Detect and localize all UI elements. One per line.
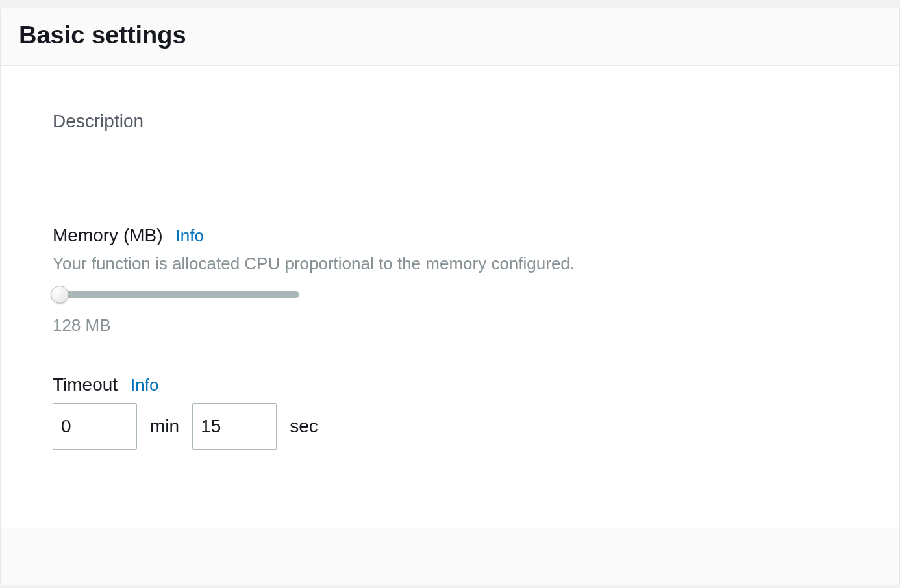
memory-slider[interactable]: [53, 286, 299, 304]
memory-value-display: 128 MB: [53, 315, 847, 336]
memory-label: Memory (MB): [53, 225, 163, 246]
timeout-field-group: Timeout Info min sec: [53, 374, 847, 450]
timeout-seconds-input[interactable]: [192, 403, 277, 450]
memory-field-group: Memory (MB) Info Your function is alloca…: [53, 225, 847, 336]
timeout-info-link[interactable]: Info: [131, 375, 158, 395]
memory-info-link[interactable]: Info: [176, 226, 204, 246]
seconds-unit-label: sec: [290, 416, 318, 437]
timeout-inputs-row: min sec: [53, 403, 847, 450]
panel-title: Basic settings: [19, 21, 881, 49]
timeout-label-row: Timeout Info: [53, 374, 847, 395]
panel-header: Basic settings: [1, 8, 899, 66]
timeout-label: Timeout: [53, 374, 118, 395]
minutes-unit-label: min: [150, 416, 179, 437]
memory-label-row: Memory (MB) Info: [53, 225, 847, 246]
description-input[interactable]: [53, 140, 673, 186]
memory-help-text: Your function is allocated CPU proportio…: [53, 254, 847, 274]
slider-thumb[interactable]: [51, 286, 69, 304]
panel-body: Description Memory (MB) Info Your functi…: [1, 66, 899, 528]
basic-settings-panel: Basic settings Description Memory (MB) I…: [0, 8, 900, 585]
description-label: Description: [53, 111, 847, 132]
timeout-minutes-input[interactable]: [53, 403, 137, 450]
description-field-group: Description: [53, 111, 847, 186]
slider-track: [53, 291, 299, 298]
